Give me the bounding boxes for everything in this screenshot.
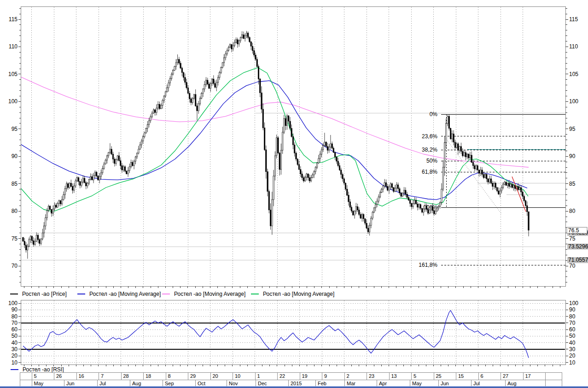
price-axis-label: 90 [569, 153, 576, 159]
date-cell-day: 25 [434, 372, 457, 380]
legend-label: Ростел -ао [Moving Average] [263, 291, 334, 297]
rsi-axis-label: 100 [569, 300, 578, 306]
price-axis-label: 75 [12, 235, 18, 242]
legend-item-price: Ростел -ао [Price] [10, 291, 67, 297]
legend-label: Ростел -ао [RSI] [23, 366, 64, 373]
date-cell-day: 8 [166, 372, 189, 380]
date-cell-day: 2 [344, 372, 367, 380]
date-cell-day: 18 [143, 372, 166, 380]
date-cell-day: 23 [367, 372, 390, 380]
price-axis-label: 85 [569, 181, 576, 187]
date-cell-day: 16 [76, 372, 99, 380]
fib-level-label: 38,2% [422, 147, 437, 153]
trading-chart-window: 0%23,6%38,2%50%61,8%100%161,8%7070757580… [0, 0, 588, 388]
rsi-panel: 1010202030304040505060607070808090901001… [8, 300, 578, 366]
rsi-axis-label: 80 [12, 313, 18, 320]
date-cell-day: 1 [255, 372, 278, 380]
legend-item-ma-pink: Ростел -ао [Moving Average] [162, 291, 245, 297]
legend-label: Ростел -ао [Price] [22, 291, 67, 297]
rsi-axis-label: 50 [569, 333, 576, 339]
date-cell-day: 13 [389, 372, 412, 380]
date-cell-day: 26 [54, 372, 77, 380]
date-cell-day: 22 [277, 372, 300, 380]
legend-item-rsi: Ростел -ао [RSI] [11, 366, 64, 373]
rsi-axis-label: 60 [569, 326, 576, 333]
price-axis-label: 115 [9, 16, 17, 23]
date-cell-day: 17 [523, 372, 546, 380]
rsi-axis-label: 80 [569, 313, 576, 320]
price-axis-label: 105 [8, 71, 17, 77]
fib-level-label: 23,6% [422, 133, 437, 140]
price-axis-label: 95 [569, 126, 576, 132]
price-axis-label: 115 [569, 16, 578, 23]
legend-label: Ростел -ао [Moving Average] [174, 291, 245, 297]
price-axis-label: 100 [569, 98, 578, 105]
price-axis-label: 105 [569, 71, 578, 77]
date-cell-day: 29 [188, 372, 211, 380]
rsi-axis-label: 30 [12, 346, 18, 353]
rsi-axis-label: 40 [569, 340, 576, 346]
rsi-axis-label: 30 [569, 346, 576, 353]
rsi-line [23, 311, 529, 358]
price-panel-legend: Ростел -ао [Price] Ростел -ао [Moving Av… [0, 291, 588, 298]
rsi-axis-label: 90 [569, 306, 576, 313]
rsi-axis-label: 60 [12, 326, 18, 333]
ma-blue-swatch [77, 294, 85, 294]
rsi-axis-label: 100 [8, 300, 17, 306]
price-axis-label: 70 [569, 263, 576, 269]
price-line-swatch [10, 294, 18, 294]
rsi-axis-label: 20 [12, 353, 18, 359]
legend-label: Ростел -ао [Moving Average] [89, 291, 161, 297]
price-level-tag: 73.5296 [568, 243, 588, 250]
ma-line-0 [21, 77, 529, 167]
date-cell-day: 10 [233, 372, 256, 380]
rsi-axis-label: 70 [569, 320, 576, 326]
date-cell-day: 27 [501, 372, 524, 380]
date-cell-day: 9 [322, 372, 345, 380]
price-axis-label: 80 [12, 208, 18, 214]
date-cell-day: 28 [121, 372, 144, 380]
price-tags: 76.022973.529671.055776.5 [567, 227, 588, 264]
rsi-line-swatch [11, 369, 18, 370]
rsi-axis-label: 50 [12, 333, 18, 339]
fib-level-label: 61,8% [422, 169, 437, 175]
ma-pink-swatch [162, 294, 170, 294]
date-cell-day: 5 [411, 372, 434, 380]
rsi-axis-label: 10 [12, 359, 18, 366]
legend-item-ma-green: Ростел -ао [Moving Average] [251, 291, 334, 297]
rsi-axis-label: 10 [569, 359, 576, 366]
date-cell-blank [20, 372, 32, 380]
rsi-axis-label: 90 [12, 306, 18, 313]
price-axis: 7070757580808585909095951001001051051101… [8, 8, 578, 288]
fib-level-label: 50% [426, 158, 437, 164]
price-axis-label: 110 [9, 43, 17, 50]
date-cell-blank [545, 372, 562, 380]
price-axis-label: 75 [569, 235, 576, 242]
price-axis-label: 85 [12, 181, 18, 187]
ma-green-swatch [251, 294, 259, 294]
taskbar-edge [0, 386, 588, 388]
price-axis-label: 70 [12, 263, 18, 269]
date-cell-day: 6 [478, 372, 501, 380]
price-axis-label: 90 [12, 153, 18, 159]
fib-level-label: 0% [430, 111, 438, 118]
rsi-axis-label: 40 [12, 340, 18, 346]
legend-item-ma-blue: Ростел -ао [Moving Average] [77, 291, 161, 297]
date-cell-day: 20 [210, 372, 233, 380]
date-axis[interactable]: 52616728188292010122199223135251562717Ma… [20, 372, 563, 388]
last-price-text: 76.5 [568, 227, 579, 234]
price-axis-label: 80 [569, 208, 576, 214]
price-axis-label: 110 [569, 43, 578, 50]
candle-wicks [23, 31, 529, 259]
date-cell-day: 19 [300, 372, 323, 380]
price-level-lines [21, 113, 565, 260]
fibonacci-retracement: 0%23,6%38,2%50%61,8%100%161,8% [419, 111, 565, 268]
chart-canvas[interactable]: 0%23,6%38,2%50%61,8%100%161,8%7070757580… [0, 0, 588, 372]
rsi-axis-label: 70 [12, 320, 18, 326]
price-axis-label: 95 [12, 126, 18, 132]
date-cell-day: 7 [99, 372, 122, 380]
date-cell-day: 5 [32, 372, 55, 380]
price-level-tag: 71.0557 [568, 257, 588, 263]
fib-level-label: 161,8% [419, 262, 437, 268]
price-axis-label: 100 [8, 98, 17, 105]
